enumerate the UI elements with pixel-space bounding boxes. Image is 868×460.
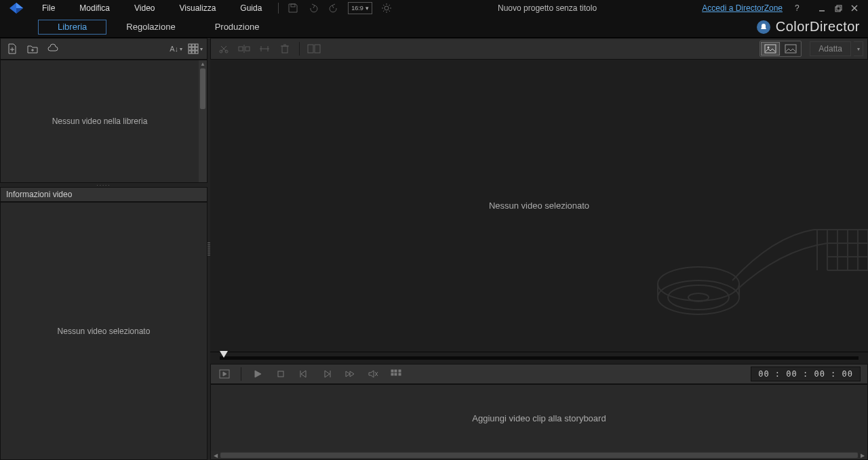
play-range-button[interactable]	[218, 367, 231, 381]
svg-point-42	[658, 280, 739, 314]
svg-marker-61	[346, 371, 350, 377]
svg-marker-2	[16, 8, 23, 14]
video-info-header: Informazioni video	[0, 187, 208, 202]
library-empty-message: Nessun video nella libreria	[1, 60, 199, 182]
tab-library[interactable]: Libreria	[38, 20, 106, 35]
svg-rect-29	[245, 47, 250, 51]
import-file-icon[interactable]	[5, 41, 20, 56]
snapshot-icon[interactable]	[389, 367, 403, 381]
right-panel: Adatta ▾ Nessun video selezionato	[210, 38, 868, 460]
main-menu: File Modifica Video Visualizza Guida	[30, 0, 274, 16]
mute-icon[interactable]	[366, 367, 380, 381]
svg-rect-38	[315, 45, 320, 53]
svg-rect-19	[192, 47, 195, 50]
svg-point-40	[768, 47, 770, 49]
zoom-fit-dropdown[interactable]: Adatta	[810, 41, 851, 56]
view-mode-toggle	[760, 41, 802, 57]
svg-marker-55	[255, 371, 261, 377]
redo-icon[interactable]	[328, 2, 340, 14]
svg-rect-3	[291, 4, 295, 7]
svg-point-44	[688, 293, 709, 301]
delete-icon[interactable]	[276, 41, 294, 56]
fast-forward-button[interactable]	[343, 367, 357, 381]
maximize-button[interactable]	[833, 3, 844, 14]
svg-rect-56	[278, 371, 283, 377]
svg-rect-23	[195, 51, 198, 54]
menu-edit[interactable]: Modifica	[67, 0, 122, 16]
svg-rect-37	[308, 45, 313, 53]
svg-rect-15	[189, 44, 191, 47]
svg-rect-41	[785, 45, 796, 53]
storyboard-scrollbar[interactable]: ◀ ▶	[211, 451, 867, 459]
svg-rect-21	[189, 51, 191, 54]
sort-dropdown[interactable]: A↓▾	[170, 41, 182, 56]
svg-marker-1	[16, 3, 23, 8]
mode-tabbar: Libreria Regolazione Produzione ColorDir…	[0, 16, 868, 38]
split-icon[interactable]	[235, 41, 253, 56]
svg-text:?: ?	[795, 3, 800, 13]
preview-toolbar: Adatta ▾	[210, 38, 868, 60]
view-original-button[interactable]	[761, 42, 780, 56]
timeline-seek-bar[interactable]	[210, 352, 868, 364]
cut-icon[interactable]	[215, 41, 233, 56]
menu-file[interactable]: File	[30, 0, 67, 16]
brand-name: ColorDirector	[776, 19, 860, 35]
project-title: Nuovo progetto senza titolo	[393, 3, 702, 13]
play-button[interactable]	[251, 367, 264, 381]
svg-rect-66	[391, 370, 393, 372]
svg-rect-16	[192, 44, 195, 47]
view-effect-button[interactable]	[781, 42, 800, 56]
menu-help[interactable]: Guida	[228, 0, 274, 16]
svg-rect-67	[395, 370, 397, 372]
help-icon[interactable]: ?	[791, 2, 803, 14]
notifications-icon[interactable]	[757, 20, 770, 34]
import-folder-icon[interactable]	[25, 41, 40, 56]
save-icon[interactable]	[287, 2, 299, 14]
svg-point-4	[384, 6, 389, 10]
svg-marker-54	[223, 372, 226, 376]
storyboard-hint: Aggiungi video clip alla storyboard	[211, 385, 867, 451]
stop-button[interactable]	[274, 367, 288, 381]
svg-point-43	[668, 285, 729, 310]
svg-rect-8	[837, 5, 842, 10]
left-sidebar: A↓▾ ▾ Nessun video nella libreria ▲ ····…	[0, 38, 208, 460]
tab-produce[interactable]: Produzione	[195, 20, 279, 35]
next-frame-button[interactable]	[320, 367, 334, 381]
aspect-ratio-label: 16:9	[351, 5, 363, 12]
svg-marker-57	[301, 371, 306, 377]
library-toolbar: A↓▾ ▾	[0, 38, 208, 60]
chevron-down-icon[interactable]: ▾	[854, 41, 863, 56]
app-logo	[3, 0, 30, 16]
prev-frame-button[interactable]	[297, 367, 311, 381]
directorzone-link[interactable]: Accedi a DirectorZone	[702, 3, 783, 13]
settings-icon[interactable]	[380, 2, 393, 14]
cloud-icon[interactable]	[45, 41, 60, 56]
svg-rect-68	[399, 370, 401, 372]
preview-area: Nessun video selezionato	[210, 60, 868, 352]
svg-rect-22	[192, 51, 195, 54]
svg-rect-20	[195, 47, 198, 50]
tab-adjust[interactable]: Regolazione	[106, 20, 195, 35]
undo-icon[interactable]	[307, 2, 319, 14]
titlebar: File Modifica Video Visualizza Guida 16:…	[0, 0, 868, 16]
preview-empty-message: Nessun video selezionato	[489, 201, 589, 211]
minimize-button[interactable]	[816, 3, 827, 14]
svg-rect-69	[391, 373, 393, 375]
trim-icon[interactable]	[256, 41, 273, 56]
svg-rect-18	[189, 47, 191, 50]
svg-rect-71	[399, 373, 401, 375]
svg-rect-7	[835, 7, 840, 12]
playback-controls: 00 : 00 : 00 : 00	[210, 364, 868, 384]
library-scrollbar[interactable]: ▲	[199, 60, 207, 182]
grid-view-icon[interactable]: ▾	[188, 41, 203, 56]
menu-view[interactable]: Visualizza	[167, 0, 229, 16]
svg-rect-28	[239, 47, 243, 51]
aspect-ratio-dropdown[interactable]: 16:9▾	[348, 2, 372, 14]
svg-marker-63	[369, 371, 374, 377]
menu-video[interactable]: Video	[122, 0, 167, 16]
svg-rect-17	[195, 44, 198, 47]
split-preview-icon[interactable]	[305, 41, 323, 56]
timecode-display: 00 : 00 : 00 : 00	[751, 367, 861, 381]
close-button[interactable]	[849, 3, 860, 14]
playhead-marker[interactable]	[220, 351, 228, 358]
